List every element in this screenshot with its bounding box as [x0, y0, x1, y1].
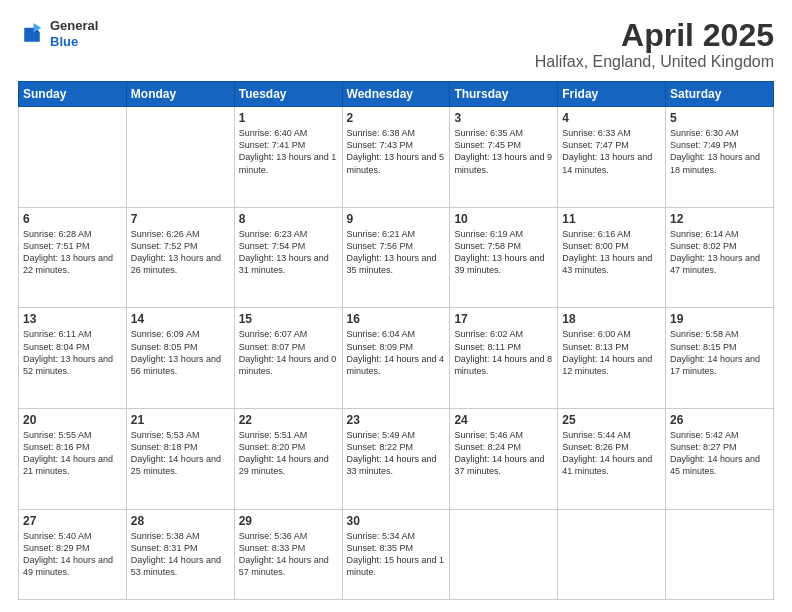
table-row: 26Sunrise: 5:42 AM Sunset: 8:27 PM Dayli…: [666, 409, 774, 510]
table-row: 12Sunrise: 6:14 AM Sunset: 8:02 PM Dayli…: [666, 207, 774, 308]
header-sunday: Sunday: [19, 82, 127, 107]
header-tuesday: Tuesday: [234, 82, 342, 107]
table-row: 22Sunrise: 5:51 AM Sunset: 8:20 PM Dayli…: [234, 409, 342, 510]
table-row: 20Sunrise: 5:55 AM Sunset: 8:16 PM Dayli…: [19, 409, 127, 510]
day-info: Sunrise: 6:14 AM Sunset: 8:02 PM Dayligh…: [670, 228, 769, 277]
table-row: 21Sunrise: 5:53 AM Sunset: 8:18 PM Dayli…: [126, 409, 234, 510]
table-row: [666, 509, 774, 599]
day-info: Sunrise: 6:28 AM Sunset: 7:51 PM Dayligh…: [23, 228, 122, 277]
day-number: 15: [239, 312, 338, 326]
day-number: 26: [670, 413, 769, 427]
day-info: Sunrise: 5:36 AM Sunset: 8:33 PM Dayligh…: [239, 530, 338, 579]
table-row: 10Sunrise: 6:19 AM Sunset: 7:58 PM Dayli…: [450, 207, 558, 308]
day-info: Sunrise: 6:38 AM Sunset: 7:43 PM Dayligh…: [347, 127, 446, 176]
header-saturday: Saturday: [666, 82, 774, 107]
day-number: 11: [562, 212, 661, 226]
calendar-subtitle: Halifax, England, United Kingdom: [535, 53, 774, 71]
day-number: 29: [239, 514, 338, 528]
day-number: 1: [239, 111, 338, 125]
day-info: Sunrise: 6:07 AM Sunset: 8:07 PM Dayligh…: [239, 328, 338, 377]
header-friday: Friday: [558, 82, 666, 107]
day-info: Sunrise: 5:53 AM Sunset: 8:18 PM Dayligh…: [131, 429, 230, 478]
day-info: Sunrise: 5:40 AM Sunset: 8:29 PM Dayligh…: [23, 530, 122, 579]
day-number: 9: [347, 212, 446, 226]
table-row: 30Sunrise: 5:34 AM Sunset: 8:35 PM Dayli…: [342, 509, 450, 599]
day-number: 4: [562, 111, 661, 125]
day-number: 6: [23, 212, 122, 226]
day-info: Sunrise: 5:34 AM Sunset: 8:35 PM Dayligh…: [347, 530, 446, 579]
table-row: 29Sunrise: 5:36 AM Sunset: 8:33 PM Dayli…: [234, 509, 342, 599]
calendar-table: Sunday Monday Tuesday Wednesday Thursday…: [18, 81, 774, 600]
table-row: 3Sunrise: 6:35 AM Sunset: 7:45 PM Daylig…: [450, 107, 558, 208]
table-row: 1Sunrise: 6:40 AM Sunset: 7:41 PM Daylig…: [234, 107, 342, 208]
table-row: 9Sunrise: 6:21 AM Sunset: 7:56 PM Daylig…: [342, 207, 450, 308]
day-info: Sunrise: 6:40 AM Sunset: 7:41 PM Dayligh…: [239, 127, 338, 176]
day-info: Sunrise: 5:51 AM Sunset: 8:20 PM Dayligh…: [239, 429, 338, 478]
day-number: 30: [347, 514, 446, 528]
day-info: Sunrise: 6:16 AM Sunset: 8:00 PM Dayligh…: [562, 228, 661, 277]
day-info: Sunrise: 6:33 AM Sunset: 7:47 PM Dayligh…: [562, 127, 661, 176]
day-number: 5: [670, 111, 769, 125]
table-row: 8Sunrise: 6:23 AM Sunset: 7:54 PM Daylig…: [234, 207, 342, 308]
day-info: Sunrise: 6:21 AM Sunset: 7:56 PM Dayligh…: [347, 228, 446, 277]
day-info: Sunrise: 6:30 AM Sunset: 7:49 PM Dayligh…: [670, 127, 769, 176]
day-number: 28: [131, 514, 230, 528]
calendar-header-row: Sunday Monday Tuesday Wednesday Thursday…: [19, 82, 774, 107]
day-number: 19: [670, 312, 769, 326]
day-number: 16: [347, 312, 446, 326]
day-info: Sunrise: 6:00 AM Sunset: 8:13 PM Dayligh…: [562, 328, 661, 377]
logo-icon: [18, 20, 46, 48]
day-number: 2: [347, 111, 446, 125]
table-row: 25Sunrise: 5:44 AM Sunset: 8:26 PM Dayli…: [558, 409, 666, 510]
day-info: Sunrise: 6:35 AM Sunset: 7:45 PM Dayligh…: [454, 127, 553, 176]
day-info: Sunrise: 5:58 AM Sunset: 8:15 PM Dayligh…: [670, 328, 769, 377]
day-info: Sunrise: 5:49 AM Sunset: 8:22 PM Dayligh…: [347, 429, 446, 478]
table-row: [558, 509, 666, 599]
table-row: 4Sunrise: 6:33 AM Sunset: 7:47 PM Daylig…: [558, 107, 666, 208]
day-info: Sunrise: 5:44 AM Sunset: 8:26 PM Dayligh…: [562, 429, 661, 478]
day-number: 12: [670, 212, 769, 226]
table-row: 13Sunrise: 6:11 AM Sunset: 8:04 PM Dayli…: [19, 308, 127, 409]
day-info: Sunrise: 5:46 AM Sunset: 8:24 PM Dayligh…: [454, 429, 553, 478]
table-row: 19Sunrise: 5:58 AM Sunset: 8:15 PM Dayli…: [666, 308, 774, 409]
calendar-title: April 2025: [535, 18, 774, 53]
table-row: [450, 509, 558, 599]
page: General Blue April 2025 Halifax, England…: [0, 0, 792, 612]
day-number: 17: [454, 312, 553, 326]
day-info: Sunrise: 6:19 AM Sunset: 7:58 PM Dayligh…: [454, 228, 553, 277]
day-info: Sunrise: 6:11 AM Sunset: 8:04 PM Dayligh…: [23, 328, 122, 377]
day-number: 22: [239, 413, 338, 427]
table-row: 7Sunrise: 6:26 AM Sunset: 7:52 PM Daylig…: [126, 207, 234, 308]
table-row: 17Sunrise: 6:02 AM Sunset: 8:11 PM Dayli…: [450, 308, 558, 409]
day-info: Sunrise: 6:09 AM Sunset: 8:05 PM Dayligh…: [131, 328, 230, 377]
table-row: 14Sunrise: 6:09 AM Sunset: 8:05 PM Dayli…: [126, 308, 234, 409]
table-row: 16Sunrise: 6:04 AM Sunset: 8:09 PM Dayli…: [342, 308, 450, 409]
day-number: 7: [131, 212, 230, 226]
header-wednesday: Wednesday: [342, 82, 450, 107]
table-row: 11Sunrise: 6:16 AM Sunset: 8:00 PM Dayli…: [558, 207, 666, 308]
table-row: 2Sunrise: 6:38 AM Sunset: 7:43 PM Daylig…: [342, 107, 450, 208]
day-info: Sunrise: 6:23 AM Sunset: 7:54 PM Dayligh…: [239, 228, 338, 277]
table-row: 5Sunrise: 6:30 AM Sunset: 7:49 PM Daylig…: [666, 107, 774, 208]
logo-text: General Blue: [50, 18, 98, 49]
title-block: April 2025 Halifax, England, United King…: [535, 18, 774, 71]
header: General Blue April 2025 Halifax, England…: [18, 18, 774, 71]
table-row: 15Sunrise: 6:07 AM Sunset: 8:07 PM Dayli…: [234, 308, 342, 409]
logo: General Blue: [18, 18, 98, 49]
day-number: 18: [562, 312, 661, 326]
table-row: 24Sunrise: 5:46 AM Sunset: 8:24 PM Dayli…: [450, 409, 558, 510]
day-number: 27: [23, 514, 122, 528]
day-info: Sunrise: 5:42 AM Sunset: 8:27 PM Dayligh…: [670, 429, 769, 478]
day-info: Sunrise: 5:55 AM Sunset: 8:16 PM Dayligh…: [23, 429, 122, 478]
table-row: 6Sunrise: 6:28 AM Sunset: 7:51 PM Daylig…: [19, 207, 127, 308]
table-row: 28Sunrise: 5:38 AM Sunset: 8:31 PM Dayli…: [126, 509, 234, 599]
day-number: 23: [347, 413, 446, 427]
header-thursday: Thursday: [450, 82, 558, 107]
logo-general: General: [50, 18, 98, 34]
day-info: Sunrise: 6:02 AM Sunset: 8:11 PM Dayligh…: [454, 328, 553, 377]
day-number: 24: [454, 413, 553, 427]
table-row: 18Sunrise: 6:00 AM Sunset: 8:13 PM Dayli…: [558, 308, 666, 409]
day-number: 20: [23, 413, 122, 427]
header-monday: Monday: [126, 82, 234, 107]
table-row: [19, 107, 127, 208]
